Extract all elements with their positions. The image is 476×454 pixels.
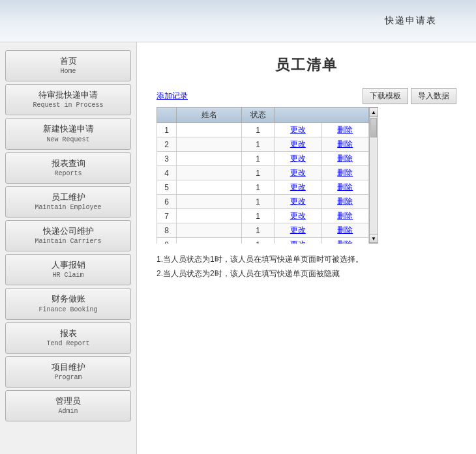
- sidebar-item-0[interactable]: 首页Home: [5, 50, 131, 81]
- row-delete[interactable]: 删除: [321, 180, 369, 195]
- row-status: 1: [242, 180, 275, 195]
- row-name: [177, 123, 242, 137]
- table-row: 2 1 更改 删除: [157, 137, 369, 152]
- note-item: 2.当人员状态为2时，该人员在填写快递单页面被隐藏: [156, 267, 456, 281]
- table-row: 5 1 更改 删除: [157, 180, 369, 195]
- row-edit[interactable]: 更改: [275, 166, 322, 180]
- row-name: [177, 238, 242, 244]
- row-delete[interactable]: 删除: [321, 209, 369, 223]
- row-name: [177, 195, 242, 209]
- table-row: 7 1 更改 删除: [157, 209, 369, 223]
- row-id: 4: [157, 166, 177, 180]
- layout: 首页Home待审批快递申请Request in Process新建快递申请New…: [0, 42, 476, 454]
- row-status: 1: [242, 123, 275, 137]
- col-status: 状态: [242, 107, 275, 123]
- sidebar-item-8[interactable]: 报表Tend Report: [5, 322, 131, 354]
- row-id: 7: [157, 209, 177, 223]
- sidebar-item-3[interactable]: 报表查询Reports: [5, 152, 131, 184]
- sidebar-item-2[interactable]: 新建快递申请New Request: [5, 118, 131, 149]
- row-name: [177, 209, 242, 223]
- add-record-link[interactable]: 添加记录: [156, 91, 188, 102]
- row-name: [177, 223, 242, 238]
- row-status: 1: [242, 152, 275, 166]
- row-id: 6: [157, 195, 177, 209]
- row-status: 1: [242, 238, 275, 244]
- table-row: 9 1 更改 删除: [157, 238, 369, 244]
- row-delete[interactable]: 删除: [321, 238, 369, 244]
- row-delete[interactable]: 删除: [321, 137, 369, 152]
- table-scroll-inner: 姓名 状态 1 1 更改 删除 2 1 更改 删除 3 1: [156, 107, 369, 244]
- row-id: 9: [157, 238, 177, 244]
- row-status: 1: [242, 166, 275, 180]
- row-delete[interactable]: 删除: [321, 123, 369, 137]
- row-edit[interactable]: 更改: [275, 209, 322, 223]
- header-title: 快递申请表: [385, 15, 437, 27]
- row-name: [177, 180, 242, 195]
- toolbar: 添加记录 下载模板 导入数据: [156, 88, 456, 104]
- import-data-button[interactable]: 导入数据: [411, 88, 456, 104]
- row-id: 5: [157, 180, 177, 195]
- row-status: 1: [242, 209, 275, 223]
- row-status: 1: [242, 223, 275, 238]
- row-edit[interactable]: 更改: [275, 223, 322, 238]
- main-content: 员工清单 添加记录 下载模板 导入数据 姓名 状态: [137, 42, 476, 454]
- row-delete[interactable]: 删除: [321, 152, 369, 166]
- row-id: 2: [157, 137, 177, 152]
- sidebar-item-4[interactable]: 员工维护Maintain Employee: [5, 186, 131, 218]
- table-row: 6 1 更改 删除: [157, 195, 369, 209]
- scroll-down-button[interactable]: ▼: [369, 234, 378, 243]
- scrollbar[interactable]: ▲ ▼: [369, 107, 378, 244]
- row-name: [177, 137, 242, 152]
- row-edit[interactable]: 更改: [275, 152, 322, 166]
- row-status: 1: [242, 195, 275, 209]
- employee-table-container: 姓名 状态 1 1 更改 删除 2 1 更改 删除 3 1: [156, 107, 378, 244]
- page-title: 员工清单: [156, 55, 456, 75]
- row-delete[interactable]: 删除: [321, 195, 369, 209]
- row-edit[interactable]: 更改: [275, 123, 322, 137]
- header: 快递申请表: [0, 0, 476, 42]
- row-name: [177, 166, 242, 180]
- sidebar-item-9[interactable]: 项目维护Program: [5, 356, 131, 388]
- col-index: [157, 107, 177, 123]
- scroll-up-button[interactable]: ▲: [369, 107, 378, 117]
- row-id: 3: [157, 152, 177, 166]
- notes-section: 1.当人员状态为1时，该人员在填写快递单页面时可被选择。2.当人员状态为2时，该…: [156, 253, 456, 281]
- table-row: 3 1 更改 删除: [157, 152, 369, 166]
- sidebar-item-6[interactable]: 人事报销HR Claim: [5, 254, 131, 285]
- sidebar-item-10[interactable]: 管理员Admin: [5, 390, 131, 421]
- scroll-thumb[interactable]: [370, 118, 377, 137]
- table-row: 8 1 更改 删除: [157, 223, 369, 238]
- row-status: 1: [242, 137, 275, 152]
- note-item: 1.当人员状态为1时，该人员在填写快递单页面时可被选择。: [156, 253, 456, 267]
- row-edit[interactable]: 更改: [275, 137, 322, 152]
- table-row: 1 1 更改 删除: [157, 123, 369, 137]
- row-edit[interactable]: 更改: [275, 180, 322, 195]
- scroll-track: [370, 117, 378, 234]
- sidebar-item-1[interactable]: 待审批快递申请Request in Process: [5, 84, 131, 115]
- row-delete[interactable]: 删除: [321, 223, 369, 238]
- sidebar-item-7[interactable]: 财务做账Finance Booking: [5, 288, 131, 319]
- col-actions: [275, 107, 369, 123]
- download-template-button[interactable]: 下载模板: [363, 88, 408, 104]
- employee-table: 姓名 状态 1 1 更改 删除 2 1 更改 删除 3 1: [156, 107, 369, 244]
- row-name: [177, 152, 242, 166]
- row-id: 8: [157, 223, 177, 238]
- row-id: 1: [157, 123, 177, 137]
- row-delete[interactable]: 删除: [321, 166, 369, 180]
- row-edit[interactable]: 更改: [275, 238, 322, 244]
- col-name: 姓名: [177, 107, 242, 123]
- sidebar-item-5[interactable]: 快递公司维护Maintain Carriers: [5, 220, 131, 251]
- sidebar: 首页Home待审批快递申请Request in Process新建快递申请New…: [0, 42, 137, 454]
- row-edit[interactable]: 更改: [275, 195, 322, 209]
- table-row: 4 1 更改 删除: [157, 166, 369, 180]
